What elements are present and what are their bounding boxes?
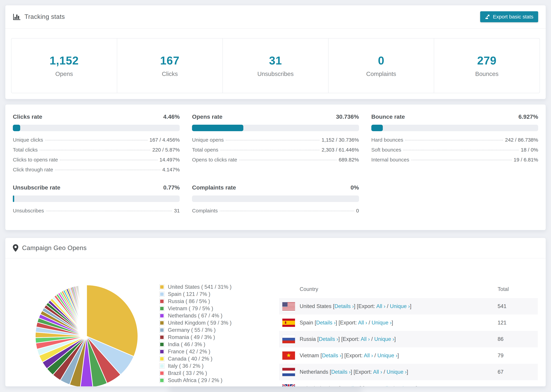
details-link[interactable]: Details › — [319, 336, 338, 342]
dotted-leader — [220, 150, 319, 150]
country-name: Spain — [300, 320, 313, 326]
rate-stat-label: Clicks to opens rate — [13, 157, 58, 163]
legend-label: Brazil ( 33 / 2% ) — [168, 370, 207, 376]
export-all-link[interactable]: All › — [376, 303, 385, 309]
export-all-link[interactable]: All › — [361, 336, 370, 342]
country-total: 121 — [498, 320, 507, 326]
rate-stat-value: 220 / 5.87% — [152, 147, 180, 153]
rate-block-head: Complaints rate 0% — [192, 184, 359, 192]
details-link[interactable]: Details › — [331, 369, 351, 375]
rate-stat-value: 31 — [174, 208, 180, 214]
rate-value: 0.77% — [163, 184, 180, 191]
export-unique-link[interactable]: Unique › — [390, 303, 410, 309]
rate-stat-value: 242 / 86.738% — [505, 137, 538, 143]
rate-value: 6.927% — [518, 113, 538, 120]
export-unique-link[interactable]: Unique › — [374, 336, 394, 342]
rate-stat-label: Opens to clicks rate — [192, 157, 237, 163]
legend-swatch-icon — [159, 284, 164, 290]
geo-opens-pie-chart[interactable] — [30, 280, 143, 386]
rate-progress-track — [13, 125, 180, 131]
export-all-link[interactable]: All › — [373, 369, 382, 375]
dotted-leader — [239, 160, 337, 160]
pie-legend: United States ( 541 / 31% ) Spain ( 121 … — [159, 284, 232, 383]
country-name: United Kingdom — [300, 385, 338, 386]
legend-item: France ( 42 / 2% ) — [159, 349, 232, 354]
geo-card-title: Campaign Geo Opens — [22, 245, 87, 252]
export-unique-link[interactable]: Unique › — [372, 320, 391, 326]
legend-swatch-icon — [159, 320, 164, 325]
legend-swatch-icon — [159, 356, 164, 361]
rates-grid: Clicks rate 4.46% Unique clicks 167 / 4.… — [5, 105, 546, 227]
rate-stat-row: Unique opens 1,152 / 30.736% — [192, 137, 359, 147]
export-all-link[interactable]: All › — [364, 352, 373, 358]
rate-stat-value: 1,152 / 30.736% — [322, 137, 359, 143]
country-name: United States — [300, 303, 332, 309]
details-link[interactable]: Details › — [322, 352, 341, 358]
rate-title: Opens rate — [192, 113, 222, 120]
details-link[interactable]: Details › — [334, 303, 354, 309]
rate-stat-label: Total opens — [192, 147, 218, 153]
legend-item: Germany ( 55 / 3% ) — [159, 328, 232, 333]
rate-stat-value: 14.497% — [160, 157, 180, 163]
rate-stat-label: Soft bounces — [371, 147, 401, 153]
legend-label: Germany ( 55 / 3% ) — [168, 327, 216, 333]
legend-swatch-icon — [159, 328, 164, 333]
export-basic-stats-button[interactable]: Export basic stats — [480, 11, 538, 22]
column-header-country: Country — [300, 286, 318, 292]
rate-stat-label: Click through rate — [13, 167, 53, 173]
rate-block-head: Clicks rate 4.46% — [13, 113, 180, 121]
export-all-link[interactable]: All › — [382, 385, 391, 386]
rate-stat-label: Unique opens — [192, 137, 224, 143]
rate-progress-fill — [13, 125, 20, 131]
dotted-leader — [405, 140, 503, 140]
legend-label: Romania ( 49 / 3% ) — [168, 334, 215, 340]
stat-tile-value: 31 — [269, 54, 282, 67]
rate-progress-track — [192, 125, 359, 131]
legend-item: United Kingdom ( 59 / 3% ) — [159, 320, 232, 325]
export-unique-link[interactable]: Unique › — [377, 352, 397, 358]
rate-progress-track — [192, 196, 359, 202]
export-unique-link[interactable]: Unique › — [396, 385, 416, 386]
legend-item: Romania ( 49 / 3% ) — [159, 335, 232, 340]
flag-russia-icon — [282, 335, 295, 343]
legend-item: Russia ( 86 / 5% ) — [159, 299, 232, 304]
legend-item: Canada ( 40 / 2% ) — [159, 356, 232, 361]
rate-progress-fill — [192, 125, 243, 131]
rate-stat-row: Hard bounces 242 / 86.738% — [371, 137, 538, 147]
legend-item: Italy ( 36 / 2% ) — [159, 364, 232, 369]
dotted-leader — [411, 160, 511, 160]
rate-title: Complaints rate — [192, 184, 236, 191]
export-icon — [485, 14, 490, 19]
rate-stat-row: Total opens 2,303 / 61.446% — [192, 147, 359, 157]
export-all-link[interactable]: All › — [358, 320, 367, 326]
stat-tile-opens: 1,152 Opens — [11, 38, 117, 93]
export-unique-link[interactable]: Unique › — [387, 369, 407, 375]
rate-stat-label: Hard bounces — [371, 137, 403, 143]
rate-progress-fill — [371, 125, 383, 131]
stat-tile-label: Bounces — [475, 70, 498, 77]
pie-slice[interactable] — [86, 285, 87, 336]
rate-stat-row: Opens to clicks rate 689.82% — [192, 157, 359, 167]
details-link[interactable]: Details › — [340, 385, 360, 386]
stat-tile-value: 0 — [378, 54, 384, 67]
export-button-label: Export basic stats — [493, 14, 533, 20]
rate-value: 4.46% — [163, 113, 180, 120]
rate-title: Clicks rate — [13, 113, 42, 120]
legend-swatch-icon — [159, 342, 164, 347]
stat-tile-unsubscribes: 31 Unsubscribes — [223, 38, 329, 93]
legend-label: Spain ( 121 / 7% ) — [168, 291, 210, 297]
legend-swatch-icon — [159, 364, 164, 369]
table-row-es: Spain [Details ›] [Export: All › / Uniqu… — [279, 315, 538, 331]
rate-stat-value: 167 / 4.456% — [149, 137, 180, 143]
stat-tile-label: Complaints — [366, 70, 396, 77]
details-link[interactable]: Details › — [316, 320, 336, 326]
geo-table-rows: United States [Details ›] [Export: All ›… — [279, 298, 538, 386]
legend-label: Netherlands ( 67 / 4% ) — [168, 313, 222, 319]
stat-tile-value: 1,152 — [50, 54, 79, 67]
flag-vietnam-icon — [282, 351, 295, 360]
rate-block-head: Opens rate 30.736% — [192, 113, 359, 121]
legend-swatch-icon — [159, 349, 164, 354]
rate-value: 0% — [351, 184, 359, 191]
stat-tile-label: Clicks — [162, 70, 178, 77]
column-header-total: Total — [498, 286, 509, 292]
